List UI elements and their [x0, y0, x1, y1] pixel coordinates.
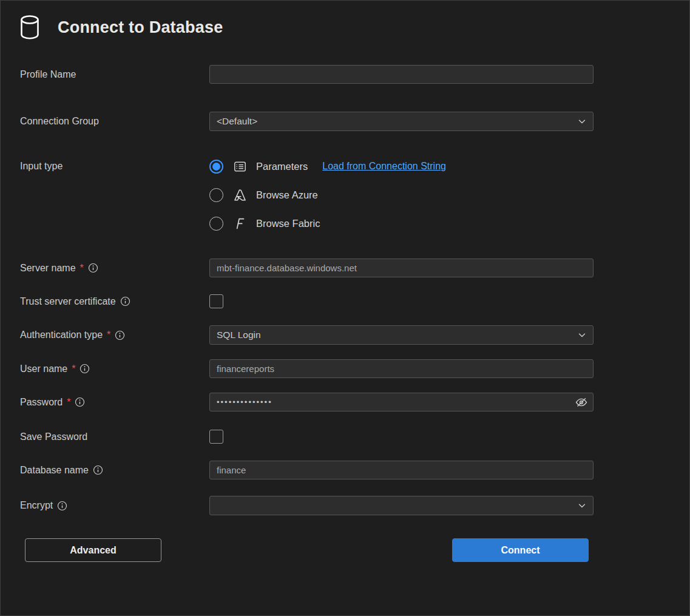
password-label: Password: [20, 397, 63, 408]
info-icon[interactable]: [57, 501, 67, 511]
database-name-input[interactable]: [209, 461, 594, 479]
connect-dialog: Connect to Database Profile Name Connect…: [0, 0, 690, 616]
save-password-row: Save Password: [20, 430, 670, 444]
connection-group-label: Connection Group: [20, 116, 99, 127]
radio-unselected-icon: [209, 188, 223, 202]
authentication-type-select[interactable]: SQL Login: [209, 325, 594, 345]
trust-server-certificate-row: Trust server certificate: [20, 294, 670, 308]
required-marker: *: [107, 330, 110, 340]
profile-name-row: Profile Name: [20, 65, 670, 84]
required-marker: *: [72, 364, 75, 374]
database-icon: [17, 14, 42, 41]
encrypt-row: Encrypt: [20, 496, 670, 515]
load-from-connection-string-link[interactable]: Load from Connection String: [322, 161, 446, 172]
info-icon[interactable]: [115, 330, 125, 340]
authentication-type-label: Authentication type: [20, 330, 103, 340]
input-type-radio-group: Parameters Load from Connection String B…: [209, 159, 594, 231]
info-icon[interactable]: [79, 364, 90, 374]
user-name-label: User name: [20, 364, 67, 374]
password-row: Password *: [20, 393, 670, 411]
authentication-type-row: Authentication type * SQL Login: [20, 325, 670, 345]
encrypt-label: Encrypt: [20, 500, 53, 511]
trust-server-certificate-checkbox[interactable]: [209, 294, 223, 308]
connection-group-value: <Default>: [217, 116, 257, 127]
connection-group-row: Connection Group <Default>: [20, 112, 670, 131]
required-marker: *: [80, 263, 84, 274]
page-title: Connect to Database: [58, 18, 223, 37]
radio-label-parameters: Parameters: [256, 161, 308, 172]
user-name-input[interactable]: [209, 359, 594, 378]
parameters-icon: [232, 159, 247, 174]
dialog-footer: Advanced Connect: [20, 538, 594, 562]
server-name-input[interactable]: [209, 259, 594, 277]
input-type-label: Input type: [20, 161, 63, 172]
info-icon[interactable]: [120, 296, 130, 306]
dialog-header: Connect to Database: [1, 1, 689, 50]
trust-server-certificate-label: Trust server certificate: [20, 296, 116, 307]
save-password-checkbox[interactable]: [209, 430, 223, 444]
fabric-icon: [232, 216, 247, 231]
required-marker: *: [67, 397, 70, 408]
profile-name-input[interactable]: [209, 65, 594, 84]
input-type-row: Input type: [20, 159, 670, 231]
advanced-button[interactable]: Advanced: [25, 538, 161, 562]
radio-option-parameters[interactable]: Parameters Load from Connection String: [209, 159, 594, 174]
connect-button[interactable]: Connect: [452, 538, 589, 562]
server-name-row: Server name *: [20, 259, 670, 277]
azure-icon: [232, 188, 247, 202]
user-name-row: User name *: [20, 359, 670, 378]
password-input[interactable]: [209, 393, 594, 411]
connection-group-select[interactable]: <Default>: [209, 112, 594, 131]
profile-name-label: Profile Name: [20, 69, 76, 80]
encrypt-select[interactable]: [209, 496, 594, 515]
connection-form: Profile Name Connection Group <Default>: [1, 50, 689, 562]
info-icon[interactable]: [93, 465, 103, 475]
radio-label-browse-fabric: Browse Fabric: [256, 218, 320, 229]
database-name-row: Database name: [20, 461, 670, 479]
radio-option-browse-azure[interactable]: Browse Azure: [209, 188, 594, 202]
radio-unselected-icon: [209, 217, 223, 231]
server-name-label: Server name: [20, 263, 76, 274]
database-name-label: Database name: [20, 465, 89, 476]
save-password-label: Save Password: [20, 432, 87, 442]
radio-selected-icon: [209, 160, 223, 174]
info-icon[interactable]: [75, 397, 85, 407]
radio-option-browse-fabric[interactable]: Browse Fabric: [209, 216, 594, 231]
authentication-type-value: SQL Login: [217, 330, 261, 340]
radio-label-browse-azure: Browse Azure: [256, 189, 318, 201]
info-icon[interactable]: [88, 263, 98, 273]
eye-off-icon[interactable]: [575, 396, 588, 409]
